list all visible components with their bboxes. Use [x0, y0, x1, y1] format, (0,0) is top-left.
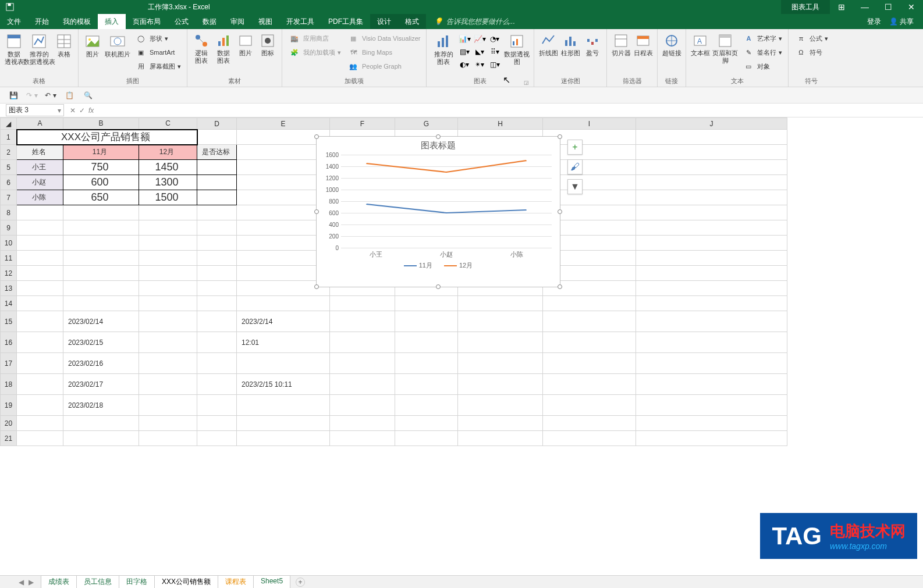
- icon-button[interactable]: 图标: [257, 31, 278, 57]
- col-header[interactable]: D: [197, 118, 237, 130]
- tab-layout[interactable]: 页面布局: [126, 14, 168, 29]
- tab-home[interactable]: 开始: [28, 14, 56, 29]
- worksheet-area[interactable]: ◢ A B C D E F G H I J 1XXX公司产品销售额2姓名11月1…: [0, 117, 923, 575]
- tab-developer[interactable]: 开发工具: [279, 14, 321, 29]
- signature-button[interactable]: ✎签名行 ▾: [740, 46, 784, 59]
- image-asset-button[interactable]: 图片: [235, 31, 256, 57]
- row-header[interactable]: 18: [1, 374, 17, 395]
- row-header[interactable]: 13: [1, 281, 17, 296]
- column-chart-icon[interactable]: 📊▾: [458, 33, 471, 45]
- table-title[interactable]: XXX公司产品销售额: [17, 130, 197, 145]
- hyperlink-button[interactable]: 超链接: [661, 31, 682, 57]
- tab-pdf[interactable]: PDF工具集: [321, 14, 370, 29]
- logic-chart-button[interactable]: 逻辑 图表: [191, 31, 212, 65]
- bar-chart-icon[interactable]: ▤▾: [458, 46, 471, 58]
- recommended-pivot-button[interactable]: 推荐的 数据透视表: [26, 31, 52, 66]
- wordart-button[interactable]: A艺术字 ▾: [740, 32, 784, 45]
- tell-me-search[interactable]: 💡告诉我您想要做什么...: [434, 17, 515, 27]
- tab-templates[interactable]: 我的模板: [56, 14, 98, 29]
- symbol-button[interactable]: Ω符号: [792, 46, 830, 59]
- pie-chart-icon[interactable]: ◔▾: [488, 33, 501, 45]
- scatter-chart-icon[interactable]: ⠿▾: [488, 46, 501, 58]
- sheet-tab[interactable]: 员工信息: [76, 575, 119, 589]
- row-header[interactable]: 16: [1, 332, 17, 353]
- paste-qat-icon[interactable]: 📋: [63, 89, 76, 102]
- row-header[interactable]: 19: [1, 395, 17, 416]
- tab-formulas[interactable]: 公式: [168, 14, 196, 29]
- col-header[interactable]: G: [395, 118, 458, 130]
- chart-title[interactable]: 图表标题: [317, 137, 560, 155]
- data-chart-button[interactable]: 数据 图表: [213, 31, 234, 65]
- combo-chart-icon[interactable]: ◫▾: [488, 59, 501, 70]
- sheet-nav-next[interactable]: ▶: [29, 578, 34, 586]
- col-header[interactable]: A: [17, 118, 63, 130]
- area-chart-icon[interactable]: ◣▾: [473, 46, 486, 58]
- chart-legend[interactable]: 11月12月: [317, 261, 560, 270]
- ribbon-display-icon[interactable]: ⊞: [830, 0, 853, 14]
- equation-button[interactable]: π公式 ▾: [792, 32, 830, 45]
- row-header[interactable]: 17: [1, 353, 17, 374]
- row-header[interactable]: 11: [1, 251, 17, 266]
- tab-insert[interactable]: 插入: [98, 14, 126, 29]
- tab-data[interactable]: 数据: [196, 14, 223, 29]
- col-header[interactable]: E: [237, 118, 330, 130]
- table-button[interactable]: 表格: [54, 31, 74, 58]
- row-header[interactable]: 5: [1, 160, 17, 175]
- col-header[interactable]: J: [636, 118, 787, 130]
- row-header[interactable]: 15: [1, 311, 17, 332]
- col-header[interactable]: F: [330, 118, 395, 130]
- sparkline-line-button[interactable]: 折线图: [538, 31, 559, 57]
- redo-qat-icon[interactable]: ↷ ▾: [26, 89, 38, 102]
- row-header[interactable]: 6: [1, 175, 17, 190]
- sheet-tab[interactable]: 成绩表: [41, 575, 77, 589]
- row-header[interactable]: 2: [1, 145, 17, 160]
- fx-icon[interactable]: fx: [88, 106, 94, 115]
- row-header[interactable]: 7: [1, 190, 17, 205]
- sheet-tab[interactable]: XXX公司销售额: [154, 575, 218, 589]
- picture-button[interactable]: 图片: [82, 31, 103, 58]
- smartart-button[interactable]: ▣SmartArt: [132, 46, 183, 59]
- my-addins-button[interactable]: 🧩我的加载项 ▾: [286, 46, 343, 59]
- name-box[interactable]: 图表 3▾: [6, 104, 64, 116]
- select-all-corner[interactable]: ◢: [1, 118, 17, 130]
- row-header[interactable]: 8: [1, 205, 17, 220]
- header-footer-button[interactable]: 页眉和页脚: [712, 31, 739, 65]
- sparkline-column-button[interactable]: 柱形图: [560, 31, 581, 57]
- tab-chart-design[interactable]: 设计: [370, 14, 398, 29]
- close-button[interactable]: ✕: [900, 0, 923, 14]
- object-button[interactable]: ▭对象: [740, 60, 784, 73]
- enter-formula-icon[interactable]: ✓: [79, 106, 85, 115]
- col-header[interactable]: B: [63, 118, 139, 130]
- col-header[interactable]: H: [458, 118, 543, 130]
- add-sheet-button[interactable]: +: [296, 578, 305, 587]
- dialog-launcher-icon[interactable]: ◲: [524, 80, 529, 85]
- save-qat-icon[interactable]: 💾: [7, 89, 20, 102]
- col-header[interactable]: C: [139, 118, 197, 130]
- surface-chart-icon[interactable]: ◐▾: [458, 59, 471, 70]
- login-link[interactable]: 登录: [867, 17, 881, 27]
- row-header[interactable]: 1: [1, 130, 17, 145]
- preview-qat-icon[interactable]: 🔍: [81, 89, 94, 102]
- maximize-button[interactable]: ☐: [876, 0, 900, 14]
- tab-view[interactable]: 视图: [251, 14, 279, 29]
- row-header[interactable]: 9: [1, 220, 17, 236]
- share-button[interactable]: 👤 共享: [889, 17, 914, 27]
- line-chart-icon[interactable]: 📈▾: [473, 33, 486, 45]
- online-picture-button[interactable]: 联机图片: [104, 31, 131, 58]
- minimize-button[interactable]: —: [853, 0, 876, 14]
- chart-plot-area[interactable]: 02004006008001000120014001600: [341, 155, 552, 248]
- row-header[interactable]: 10: [1, 236, 17, 251]
- row-header[interactable]: 20: [1, 416, 17, 431]
- tab-chart-format[interactable]: 格式: [398, 14, 426, 29]
- embedded-chart[interactable]: 图表标题 02004006008001000120014001600 小王小赵小…: [316, 136, 560, 287]
- row-header[interactable]: 21: [1, 431, 17, 446]
- pivotchart-button[interactable]: 数据透视图: [503, 31, 530, 66]
- sheet-nav-prev[interactable]: ◀: [19, 578, 24, 586]
- chart-elements-button[interactable]: +: [567, 140, 583, 155]
- cancel-formula-icon[interactable]: ✕: [70, 106, 76, 115]
- sheet-tab[interactable]: 课程表: [218, 575, 254, 589]
- recommended-charts-button[interactable]: 推荐的 图表: [430, 31, 457, 66]
- timeline-button[interactable]: 日程表: [633, 31, 654, 57]
- screenshot-button[interactable]: ⽤屏幕截图 ▾: [132, 60, 183, 73]
- chart-filters-button[interactable]: ▼: [567, 179, 583, 194]
